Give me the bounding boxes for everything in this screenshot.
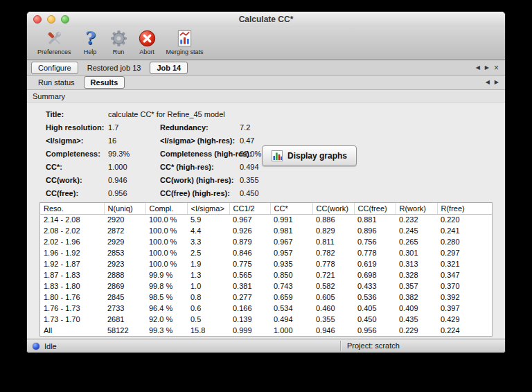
view-tab-scroll-left-icon[interactable]: ◀ — [486, 79, 490, 86]
table-cell: 0.220 — [437, 214, 492, 225]
stat-value: 0.47 — [240, 136, 493, 145]
table-cell: 0.494 — [270, 314, 312, 325]
table-row[interactable]: 1.96 - 1.922853100.0 %2.50.8460.9570.782… — [40, 247, 492, 258]
display-graphs-button[interactable]: Display graphs — [262, 145, 357, 166]
tab-scroll-left-icon[interactable]: ◀ — [476, 64, 480, 71]
abort-button[interactable]: Abort — [133, 28, 161, 56]
table-cell: 3.3 — [187, 236, 229, 247]
help-button[interactable]: ? ? Help — [76, 28, 105, 56]
stat-label: CC*: — [46, 163, 108, 171]
table-cell: 0.957 — [270, 247, 312, 258]
table-cell: 0.582 — [312, 280, 354, 292]
tab-results[interactable]: Results — [84, 76, 125, 89]
table-cell: 0.846 — [229, 247, 270, 258]
table-cell: 2681 — [104, 314, 145, 325]
stat-value: 99.3% — [108, 150, 160, 158]
column-header-ccfree[interactable]: CC(free) — [354, 203, 396, 214]
column-header-ccwork[interactable]: CC(work) — [312, 203, 354, 214]
table-cell: 0.280 — [437, 236, 492, 247]
table-row[interactable]: 2.08 - 2.022872100.0 %4.40.9260.9810.829… — [40, 225, 492, 236]
table-cell: 2929 — [104, 236, 145, 247]
app-window: Calculate CC* Preferences — [26, 11, 506, 353]
table-cell: 99.3 % — [145, 325, 187, 336]
table-cell: 0.698 — [354, 269, 396, 280]
table-cell: 0.981 — [270, 225, 312, 236]
job-tab-nav: ◀ ▶ × — [476, 64, 505, 71]
table-cell: 99.9 % — [145, 269, 187, 280]
stat-label: CC(free) (high-res): — [160, 189, 240, 197]
run-button[interactable]: Run — [105, 28, 133, 56]
table-cell: 0.370 — [437, 280, 492, 292]
table-cell: 0.357 — [396, 280, 437, 292]
table-cell: 0.229 — [396, 325, 437, 336]
column-header-isigma[interactable]: <I/sigma> — [187, 203, 229, 214]
tab-job-14[interactable]: Job 14 — [150, 62, 188, 74]
merging-stats-button[interactable]: Merging stats — [161, 28, 209, 56]
table-cell: 0.328 — [396, 269, 437, 280]
column-header-rwork[interactable]: R(work) — [396, 203, 437, 214]
stat-label: <I/sigma>: — [46, 136, 108, 145]
status-indicator-icon — [33, 343, 39, 350]
column-header-nuniq[interactable]: N(uniq) — [104, 203, 145, 214]
view-tab-scroll-right-icon[interactable]: ▶ — [495, 79, 499, 86]
table-row[interactable]: 1.76 - 1.73273396.4 %0.60.1660.5340.4600… — [40, 303, 492, 314]
table-cell: 1.92 - 1.87 — [40, 258, 104, 269]
table-cell: 100.0 % — [145, 258, 187, 269]
table-row[interactable]: 1.92 - 1.872923100.0 %1.90.7750.9350.778… — [40, 258, 492, 269]
results-panel: Title: calculate CC* for Refine_45 model… — [27, 103, 505, 339]
close-window-button[interactable] — [33, 15, 42, 24]
table-cell: 2923 — [104, 258, 145, 269]
stat-value: 1.7 — [108, 123, 160, 132]
table-cell: 0.166 — [229, 303, 270, 314]
table-row[interactable]: 1.80 - 1.76284598.5 %0.80.2770.6590.6050… — [40, 292, 492, 303]
table-cell: 0.743 — [270, 280, 312, 292]
tab-configure[interactable]: Configure — [31, 62, 78, 74]
table-cell: 0.241 — [437, 225, 492, 236]
table-cell: 0.536 — [354, 292, 396, 303]
tab-close-icon[interactable]: × — [494, 64, 499, 71]
table-cell: 0.605 — [312, 292, 354, 303]
table-cell: 0.460 — [312, 303, 354, 314]
table-cell: 0.879 — [229, 236, 270, 247]
status-text: Idle — [44, 342, 57, 350]
table-cell: 0.301 — [396, 247, 437, 258]
table-cell: 1.3 — [187, 269, 229, 280]
zoom-window-button[interactable] — [61, 15, 69, 24]
minimize-window-button[interactable] — [47, 15, 55, 24]
table-row[interactable]: 1.73 - 1.70268192.0 %0.50.1390.4940.3550… — [40, 314, 492, 325]
table-row[interactable]: 2.02 - 1.962929100.0 %3.30.8790.9670.811… — [40, 236, 492, 247]
toolbar-button-label: Abort — [139, 48, 154, 55]
column-header-cchalf[interactable]: CC1/2 — [229, 203, 270, 214]
table-cell: 0.967 — [270, 236, 312, 247]
table-cell: 2.08 - 2.02 — [40, 225, 104, 236]
preferences-button[interactable]: Preferences — [33, 28, 76, 56]
table-cell: 99.8 % — [145, 280, 187, 292]
status-field-divider — [340, 341, 341, 351]
table-row[interactable]: 1.87 - 1.83288899.9 %1.30.5650.8500.7210… — [40, 269, 492, 280]
table-cell: 2733 — [104, 303, 145, 314]
column-header-rfree[interactable]: R(free) — [437, 203, 492, 214]
summary-title-label: Title: — [46, 110, 108, 118]
table-cell: 0.321 — [437, 258, 492, 269]
column-header-reso[interactable]: Reso. — [40, 203, 104, 214]
table-cell: 0.775 — [229, 258, 270, 269]
table-row[interactable]: 1.83 - 1.80286999.8 %1.00.3810.7430.5820… — [40, 280, 492, 292]
table-row[interactable]: All5812299.3 %15.80.9991.0000.9460.9560.… — [40, 325, 492, 336]
stat-label: High resolution: — [46, 123, 108, 132]
tab-run-status[interactable]: Run status — [31, 76, 82, 89]
table-row[interactable]: 2.14 - 2.082920100.0 %5.90.9670.9910.886… — [40, 214, 492, 225]
column-header-compl[interactable]: Compl. — [145, 203, 187, 214]
table-cell: 0.534 — [270, 303, 312, 314]
title-bar[interactable]: Calculate CC* — [27, 12, 505, 27]
table-cell: 0.139 — [229, 314, 270, 325]
tab-scroll-right-icon[interactable]: ▶ — [485, 64, 489, 71]
table-cell: 0.896 — [354, 225, 396, 236]
status-bar: Idle Project: scratch — [27, 339, 505, 353]
column-header-ccstar[interactable]: CC* — [270, 203, 312, 214]
stat-value: 0.450 — [240, 189, 493, 197]
project-label: Project: scratch — [347, 341, 400, 350]
table-cell: 0.382 — [396, 292, 437, 303]
tab-restored-job-13[interactable]: Restored job 13 — [80, 62, 148, 74]
toolbar-button-label: Merging stats — [166, 48, 204, 55]
stat-label: Redundancy: — [160, 123, 240, 132]
